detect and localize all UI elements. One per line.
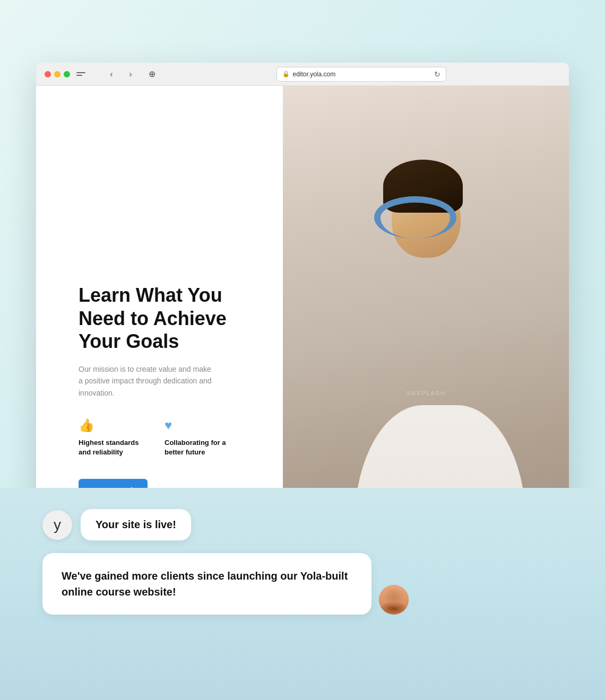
feature-1-label: Highest standards and reliability [79,438,148,457]
window-controls [45,71,70,77]
chat-section: y Your site is live! We've gained more c… [0,488,605,700]
yola-letter: y [54,517,61,533]
yola-logo: y [42,510,72,540]
feature-2: ♥ Collaborating for a better future [165,418,234,457]
chat-row-2: We've gained more clients since launchin… [42,553,563,615]
feature-1: 👍 Highest standards and reliability [79,418,148,457]
user-avatar [379,585,409,615]
lock-icon: 🔒 [282,71,290,77]
chat-text-2: We've gained more clients since launchin… [62,570,348,598]
feature-2-label: Collaborating for a better future [165,438,234,457]
avatar-image [379,585,409,615]
watermark-text: unsplash [406,390,446,396]
url-text: editor.yola.com [293,71,336,78]
hero-subtitle: Our mission is to create value and make … [79,363,217,399]
close-button[interactable] [45,71,51,77]
forward-button[interactable]: › [123,67,138,82]
hero-title: Learn What You Need to Achieve Your Goal… [79,284,257,353]
chat-bubble-2: We've gained more clients since launchin… [42,553,371,615]
minimize-button[interactable] [54,71,60,77]
brightness-icon: ⊕ [149,69,155,79]
back-button[interactable]: ‹ [104,67,119,82]
reload-button[interactable]: ↻ [434,70,440,78]
chat-bubble-1: Your site is live! [81,509,191,540]
address-bar[interactable]: 🔒 editor.yola.com ↻ [276,67,446,82]
chat-text-1: Your site is live! [96,519,176,530]
thumbsup-icon: 👍 [79,418,148,433]
features-row: 👍 Highest standards and reliability ♥ Co… [79,418,257,457]
sidebar-toggle-icon[interactable] [76,69,91,80]
maximize-button[interactable] [64,71,70,77]
browser-toolbar: ‹ › ⊕ 🔒 editor.yola.com ↻ [36,63,569,86]
heart-icon: ♥ [165,418,234,433]
browser-navigation: ‹ › [104,67,138,82]
chat-row-1: y Your site is live! [42,509,563,540]
